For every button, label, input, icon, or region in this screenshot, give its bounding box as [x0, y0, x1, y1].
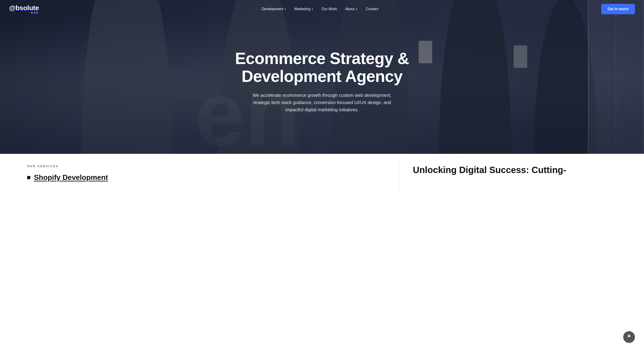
nav-item-about[interactable]: About ▼: [345, 7, 358, 11]
nav-item-development[interactable]: Development ▼: [262, 7, 286, 11]
nav-label-development: Development: [262, 7, 283, 11]
below-fold-section: OUR SERVICES Shopify Development Unlocki…: [0, 154, 644, 192]
right-panel: Unlocking Digital Success: Cutting-: [400, 154, 644, 192]
hero-title: Ecommerce Strategy & Development Agency: [220, 50, 424, 85]
navbar: @bsolute web Development ▼ Marketing ▼ O…: [0, 0, 644, 18]
nav-label-our-work: Our Work: [322, 7, 337, 11]
nav-link-marketing[interactable]: Marketing ▼: [294, 7, 314, 11]
chevron-down-icon-marketing: ▼: [311, 8, 314, 10]
nav-link-about[interactable]: About ▼: [345, 7, 358, 11]
chevron-down-icon-development: ▼: [284, 8, 286, 10]
logo-sub-text: web: [31, 11, 39, 14]
nav-link-development[interactable]: Development ▼: [262, 7, 286, 11]
nav-links: Development ▼ Marketing ▼ Our Work About…: [262, 7, 378, 11]
nav-label-about: About: [345, 7, 354, 11]
nav-link-our-work[interactable]: Our Work: [322, 7, 337, 11]
nav-label-contact: Contact: [366, 7, 378, 11]
nav-label-marketing: Marketing: [294, 7, 310, 11]
shopify-development-link[interactable]: Shopify Development: [27, 173, 386, 182]
services-section-label: OUR SERVICES: [27, 165, 386, 168]
nav-item-marketing[interactable]: Marketing ▼: [294, 7, 314, 11]
get-in-touch-button[interactable]: Get in touch: [601, 4, 635, 14]
nav-link-contact[interactable]: Contact: [366, 7, 378, 11]
first-service-title: Shopify Development: [34, 173, 108, 182]
logo-main-text: @bsolute: [9, 4, 39, 12]
hero-subtitle: We accelerate ecommerce growth through c…: [245, 92, 399, 113]
logo-name: bsolute: [16, 4, 39, 12]
nav-item-our-work[interactable]: Our Work: [322, 7, 337, 11]
nav-item-contact[interactable]: Contact: [366, 7, 378, 11]
services-panel: OUR SERVICES Shopify Development: [0, 154, 400, 192]
hero-section: After FE en Ecommerce Strategy & Develop…: [0, 0, 644, 154]
logo-link[interactable]: @bsolute web: [9, 4, 39, 14]
services-bullet-icon: [27, 176, 30, 179]
chevron-down-icon-about: ▼: [356, 8, 358, 10]
right-panel-title: Unlocking Digital Success: Cutting-: [413, 165, 630, 175]
logo: @bsolute web: [9, 4, 39, 14]
hero-content: Ecommerce Strategy & Development Agency …: [220, 50, 424, 113]
logo-bracket: @: [9, 4, 16, 12]
